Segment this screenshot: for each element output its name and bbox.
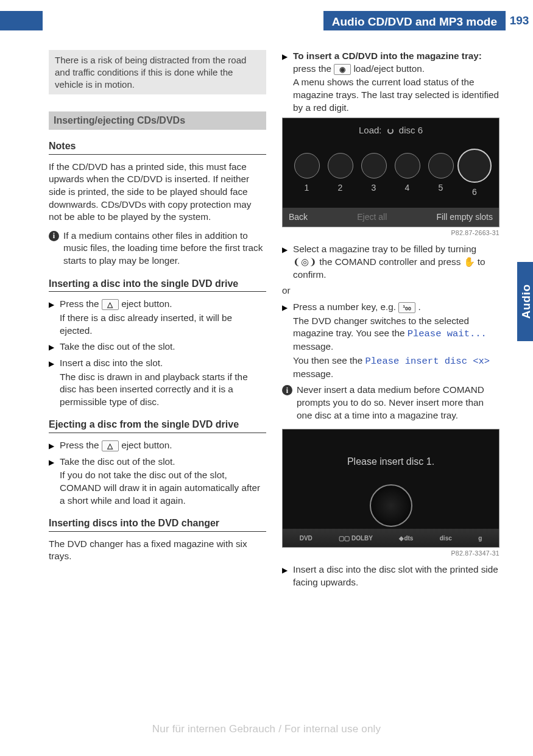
page-number: 193	[506, 10, 533, 32]
logo-gracenote: g	[478, 534, 482, 543]
figure-logo-bar: DVD ▢▢ DOLBY ◆dts disc g	[283, 529, 499, 547]
magazine-slot-4	[395, 153, 420, 178]
number-key-1: ¹₀₀	[398, 302, 415, 313]
softkey-eject-all: Eject all	[357, 211, 387, 223]
heading-insert-single: Inserting a disc into the single DVD dri…	[49, 277, 266, 292]
warning-note-box: There is a risk of being distracted from…	[49, 50, 266, 94]
step-insert-final: ▶ Insert a disc into the disc slot with …	[282, 563, 499, 588]
info-icon: i	[282, 385, 292, 395]
magazine-slot-2	[328, 153, 353, 178]
section-side-tab-label: Audio	[518, 284, 533, 319]
step-bullet-icon: ▶	[282, 243, 289, 281]
magazine-slot-1	[294, 153, 320, 178]
info-note-text: Never insert a data medium before COMAND…	[297, 384, 499, 422]
step-take-out-2: ▶ Take the disc out of the slot. If you …	[49, 456, 266, 507]
step-bullet-icon: ▶	[49, 439, 56, 452]
logo-cd: disc	[440, 534, 452, 543]
step-bullet-icon: ▶	[282, 301, 289, 380]
eject-button-key: △	[102, 299, 119, 310]
step-press-eject: ▶ Press the △ eject button. If there is …	[49, 298, 266, 337]
step-bullet-icon: ▶	[49, 298, 56, 337]
step-bullet-icon: ▶	[49, 341, 56, 353]
figure-softkey-bar: Back Eject all Fill empty slots	[283, 208, 499, 227]
step-bullet-icon: ▶	[49, 357, 56, 409]
figure-disc-icon	[370, 484, 412, 527]
paragraph-changer-intro: The DVD changer has a fixed magazine wit…	[49, 538, 266, 563]
footer-watermark: Nur für internen Gebrauch / For internal…	[0, 722, 533, 737]
magazine-slot-3	[361, 153, 387, 178]
step-press-eject-2: ▶ Press the △ eject button.	[49, 439, 266, 452]
step-insert-magazine: ▶ To insert a CD/DVD into the magazine t…	[282, 50, 499, 114]
paragraph-notes: If the CD/DVD has a printed side, this m…	[49, 161, 266, 224]
figure-insert-text: Please insert disc 1.	[283, 455, 499, 468]
info-icon: i	[49, 231, 59, 241]
info-note-never-insert: i Never insert a data medium before COMA…	[282, 384, 499, 422]
figure-load-menu: Load: disc 6 1 2 3 4 5 6 Back Eject all …	[282, 118, 499, 227]
step-insert-disc: ▶ Insert a disc into the slot. The disc …	[49, 357, 266, 409]
step-press-number: ▶ Press a number key, e.g. ¹₀₀ . The DVD…	[282, 301, 499, 380]
load-eject-button-key: ◉	[334, 64, 351, 75]
step-take-disc-out: ▶ Take the disc out of the slot.	[49, 341, 266, 353]
step-bullet-icon: ▶	[49, 456, 56, 507]
softkey-fill-empty: Fill empty slots	[436, 211, 493, 223]
step-bullet-icon: ▶	[282, 563, 289, 588]
logo-dvd: DVD	[300, 534, 312, 543]
chapter-title: Audio CD/DVD and MP3 mode	[323, 11, 506, 30]
heading-notes: Notes	[49, 140, 266, 155]
figure-code-2: P82.87-3347-31	[282, 549, 499, 557]
loading-spinner-icon	[387, 128, 394, 134]
softkey-back: Back	[289, 211, 308, 223]
magazine-slot-5	[428, 153, 454, 178]
message-please-wait: Please wait...	[408, 328, 487, 339]
figure-slot-row: 1 2 3 4 5 6	[283, 149, 499, 198]
heading-insert-eject: Inserting/ejecting CDs/DVDs	[49, 111, 266, 130]
message-please-insert: Please insert disc <x>	[365, 356, 490, 367]
eject-button-key: △	[102, 440, 119, 451]
info-note-text: If a medium contains other files in addi…	[63, 230, 266, 267]
info-note-load-time: i If a medium contains other files in ad…	[49, 230, 266, 267]
figure-code-1: P82.87-2663-31	[282, 228, 499, 237]
page-body-columns: There is a risk of being distracted from…	[49, 50, 499, 698]
or-separator: or	[282, 284, 499, 297]
figure-load-title: Load: disc 6	[283, 118, 499, 136]
controller-press-icon: ✋	[464, 256, 475, 267]
page-header: Audio CD/DVD and MP3 mode 193	[0, 11, 533, 30]
logo-dts: ◆dts	[399, 534, 413, 543]
step-select-tray: ▶ Select a magazine tray to be filled by…	[282, 243, 499, 281]
step-bullet-icon: ▶	[282, 50, 289, 114]
heading-eject-single: Ejecting a disc from the single DVD driv…	[49, 418, 266, 433]
controller-rotate-icon: ❨◎❩	[293, 256, 317, 267]
logo-dolby: ▢▢ DOLBY	[339, 534, 373, 543]
section-side-tab: Audio	[517, 262, 533, 341]
heading-insert-changer: Inserting discs into the DVD changer	[49, 517, 266, 532]
magazine-slot-6-selected	[457, 149, 492, 183]
figure-insert-disc: Please insert disc 1. DVD ▢▢ DOLBY ◆dts …	[282, 429, 499, 548]
